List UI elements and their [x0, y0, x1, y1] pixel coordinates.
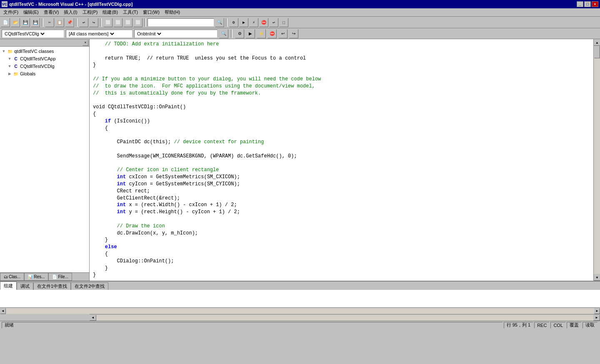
tab-findinfiles2[interactable]: 在文件2中查找: [71, 282, 108, 290]
member-select[interactable]: [All class members]: [67, 30, 115, 37]
classview-label: Clas...: [9, 274, 20, 279]
tab-findinfiles1[interactable]: 在文件1中查找: [33, 282, 71, 290]
expand-dlg: ▼: [7, 63, 12, 69]
horizontal-scrollbar-bottom[interactable]: ◄ ►: [0, 307, 600, 314]
bottom-content[interactable]: [0, 290, 600, 307]
scroll-thumb-v[interactable]: [594, 46, 600, 58]
toolbar-build6[interactable]: ⬚: [279, 18, 288, 27]
class-icon-tab: 🗂: [4, 274, 8, 279]
menu-build[interactable]: 组建(B): [100, 8, 120, 16]
bottom-tabs: 组建 调试 在文件1中查找 在文件2中查找: [0, 282, 600, 290]
code-content[interactable]: // TODO: Add extra initialization here r…: [90, 39, 593, 281]
status-ready-text: 就绪: [5, 322, 14, 328]
main-layout: × ▼ 📁 qtdllTestVC classes ▼ C CQtdllTest…: [0, 39, 600, 281]
menu-view[interactable]: 查看(V): [41, 8, 62, 16]
menu-window[interactable]: 窗口(W): [140, 8, 162, 16]
toolbar-redo[interactable]: ↪: [89, 18, 98, 27]
menu-insert[interactable]: 插入(I): [61, 8, 80, 16]
vertical-scrollbar[interactable]: ▲ ▼: [593, 39, 600, 281]
debug-btn5[interactable]: ↩: [278, 29, 288, 38]
expand-app: ▼: [7, 56, 12, 62]
menu-project[interactable]: 工程(P): [80, 8, 100, 16]
expand-globals: ▶: [7, 71, 12, 77]
ovr-text: 覆盖: [570, 322, 579, 328]
tree-root[interactable]: ▼ 📁 qtdllTestVC classes: [1, 47, 88, 55]
tree-label-globals: Globals: [19, 71, 35, 76]
toolbar-b4[interactable]: ⬜: [133, 18, 142, 27]
toolbar-build5[interactable]: ↩: [269, 18, 278, 27]
scroll-left-btn[interactable]: ◄: [0, 308, 6, 314]
toolbar-save[interactable]: 💾: [21, 18, 30, 27]
tree-label-root: qtdllTestVC classes: [13, 49, 54, 54]
tab-resourceview[interactable]: 📊 Res...: [24, 273, 48, 281]
sep5: [226, 18, 228, 27]
toolbar-saveall[interactable]: 💾: [31, 18, 40, 27]
folder-icon-globals: 📁: [12, 71, 19, 77]
panel-close[interactable]: ×: [82, 40, 88, 46]
read-text: 读取: [585, 322, 595, 328]
close-button[interactable]: ×: [592, 1, 598, 7]
status-ovr: 覆盖: [567, 322, 582, 329]
debug-btn3[interactable]: ⚡: [257, 29, 266, 38]
toolbar-b3[interactable]: ⬜: [123, 18, 132, 27]
status-position: 行 95，列 1: [504, 322, 533, 329]
toolbar-build4[interactable]: ⛔: [259, 18, 268, 27]
toolbar-copy[interactable]: 📋: [55, 18, 64, 27]
scroll-up-btn[interactable]: ▲: [594, 39, 600, 46]
title-controls: _ □ ×: [577, 1, 598, 7]
toolbar-paste[interactable]: 📌: [65, 18, 74, 27]
debug-btn1[interactable]: ⚙: [235, 29, 244, 38]
horizontal-scrollbar-editor[interactable]: ◄ ►: [90, 314, 600, 321]
editor-scroll-left[interactable]: ◄: [90, 315, 96, 321]
toolbar-search[interactable]: 🔍: [215, 18, 224, 27]
tree-label-dlg: CQtdllTestVCDlg: [19, 64, 55, 69]
toolbar-b1[interactable]: ⬜: [103, 18, 112, 27]
toolbar-undo[interactable]: ↩: [79, 18, 88, 27]
debug-btn4[interactable]: ⛔: [268, 29, 277, 38]
expand-root: ▼: [1, 48, 7, 54]
fileview-label: File...: [58, 274, 68, 279]
debug-btn2[interactable]: ▶: [246, 29, 255, 38]
toolbar-build3[interactable]: ⚡: [249, 18, 258, 27]
toolbar-build2[interactable]: ▶: [239, 18, 248, 27]
folder-icon-root: 📁: [7, 48, 13, 54]
search-input[interactable]: [148, 18, 214, 27]
class-icon-app: C: [12, 56, 19, 62]
menu-file[interactable]: 文件(F): [1, 8, 21, 16]
class-select[interactable]: CQtdllTestVCDlg: [3, 30, 46, 37]
scroll-track-h-bottom[interactable]: [6, 308, 594, 314]
panel-header: ×: [0, 39, 89, 47]
menu-tools[interactable]: 工具(T): [120, 8, 140, 16]
title-bar: VC qtdllTestVC - Microsoft Visual C++ - …: [0, 0, 600, 8]
toolbar-b2[interactable]: ⬜: [113, 18, 122, 27]
tree-item-app[interactable]: ▼ C CQtdllTestVCApp: [1, 55, 88, 62]
tree-item-dlg[interactable]: ▼ C CQtdllTestVCDlg: [1, 62, 88, 70]
menu-help[interactable]: 帮助(H): [162, 8, 182, 16]
toolbar-new[interactable]: 📄: [1, 18, 10, 27]
debug-btn6[interactable]: ↪: [289, 29, 298, 38]
tab-fileview[interactable]: 📄 File...: [48, 273, 72, 281]
function-combo[interactable]: OnbtnInit: [134, 30, 218, 38]
tree-item-globals[interactable]: ▶ 📁 Globals: [1, 70, 88, 77]
function-select[interactable]: OnbtnInit: [135, 30, 162, 37]
restore-button[interactable]: □: [584, 1, 591, 7]
tab-build[interactable]: 组建: [0, 282, 17, 290]
combo-search-btn[interactable]: 🔍: [219, 29, 228, 38]
minimize-button[interactable]: _: [577, 1, 583, 7]
scroll-track-h-editor[interactable]: [96, 315, 593, 321]
scroll-right-btn[interactable]: ►: [594, 308, 600, 314]
scroll-track-v[interactable]: [594, 46, 600, 274]
position-text: 行 95，列 1: [507, 322, 530, 328]
toolbar-build1[interactable]: ⚙: [229, 18, 238, 27]
tab-classview[interactable]: 🗂 Clas...: [0, 273, 24, 281]
scroll-down-btn[interactable]: ▼: [594, 274, 600, 281]
toolbar-open[interactable]: 📂: [11, 18, 20, 27]
menu-edit[interactable]: 编辑(E): [21, 8, 41, 16]
toolbar-cut[interactable]: ✂: [45, 18, 54, 27]
member-combo[interactable]: [All class members]: [66, 30, 132, 38]
tree-view: ▼ 📁 qtdllTestVC classes ▼ C CQtdllTestVC…: [0, 47, 89, 272]
class-combo[interactable]: CQtdllTestVCDlg: [2, 30, 64, 38]
tab-debug[interactable]: 调试: [17, 282, 33, 290]
menu-bar: 文件(F) 编辑(E) 查看(V) 插入(I) 工程(P) 组建(B) 工具(T…: [0, 8, 600, 17]
editor-scroll-right[interactable]: ►: [593, 315, 600, 321]
